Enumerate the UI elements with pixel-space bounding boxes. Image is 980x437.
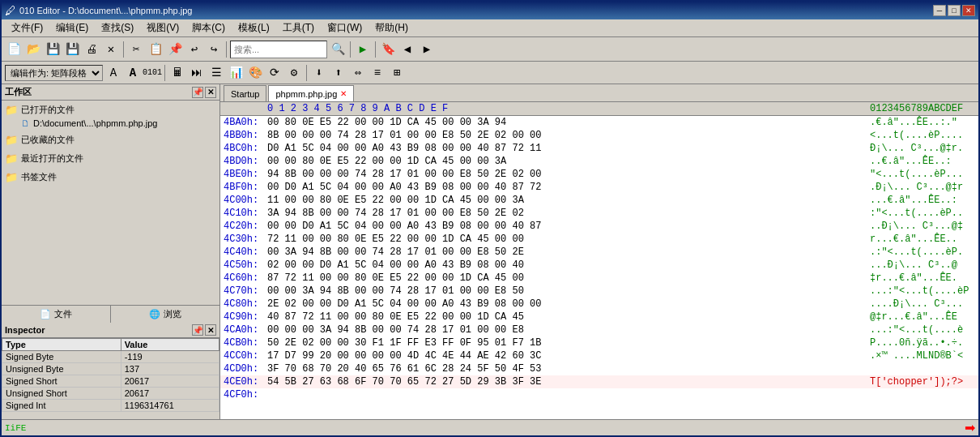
menu-view[interactable]: 视图(V) — [140, 19, 185, 36]
menu-tools[interactable]: 工具(T) — [276, 19, 321, 36]
settings-button[interactable]: ⚙ — [285, 64, 303, 82]
table-row[interactable]: 4CE0h: 54 5B 27 63 68 6F 70 70 65 72 27 … — [220, 375, 978, 388]
table-row[interactable]: 4CA0h: 00 00 00 3A 94 8B 00 00 74 28 17 … — [220, 323, 978, 336]
inspector-close-button[interactable]: ✕ — [205, 324, 216, 336]
inspector-title: Inspector — [5, 325, 45, 335]
table-row[interactable]: 4C50h: 02 00 00 D0 A1 5C 04 00 00 A0 43 … — [220, 259, 978, 272]
table-row[interactable]: 4C20h: 00 00 D0 A1 5C 04 00 00 A0 43 B9 … — [220, 220, 978, 233]
next-button[interactable]: ▶ — [418, 41, 436, 58]
table-row[interactable]: 4BD0h: 00 00 80 0E E5 22 00 00 1D CA 45 … — [220, 155, 978, 168]
sep2 — [226, 41, 227, 58]
save-all-button[interactable]: 💾 — [63, 41, 81, 58]
sidebar-pin-button[interactable]: 📌 — [192, 87, 203, 98]
inspector-value-cell: 1196314761 — [121, 400, 219, 412]
table-row[interactable]: 4BB0h: 8B 00 00 00 74 28 17 01 00 00 E8 … — [220, 129, 978, 142]
table-row[interactable]: 4C10h: 3A 94 8B 00 00 74 28 17 01 00 00 … — [220, 207, 978, 220]
table-row[interactable]: 4C30h: 72 11 00 00 80 0E E5 22 00 00 1D … — [220, 233, 978, 246]
import-button[interactable]: ⬇ — [310, 64, 328, 82]
maximize-button[interactable]: □ — [948, 5, 961, 16]
sidebar-tab-files[interactable]: 📄 文件 — [2, 306, 111, 323]
table-row[interactable]: 4CD0h: 3F 70 68 70 20 40 65 76 61 6C 28 … — [220, 362, 978, 375]
compare-button[interactable]: ⇔ — [349, 64, 367, 82]
recent-label: 最近打开的文件 — [21, 152, 83, 165]
refresh-button[interactable]: ⟳ — [266, 64, 283, 82]
table-row[interactable]: 4C40h: 00 3A 94 8B 00 00 74 28 17 01 00 … — [220, 246, 978, 259]
hex-editor[interactable]: 0 1 2 3 4 5 6 7 8 9 A B C D E F 01234567… — [220, 102, 978, 419]
menu-window[interactable]: 窗口(W) — [321, 19, 369, 36]
list-button[interactable]: ≡ — [369, 64, 386, 82]
table-row[interactable]: 4CB0h: 50 2E 02 00 00 30 F1 1F FF E3 FF … — [220, 336, 978, 349]
redo-button[interactable]: ↪ — [205, 41, 223, 58]
font-button[interactable]: A — [104, 64, 122, 82]
print-button[interactable]: 🖨 — [83, 41, 100, 58]
menu-search[interactable]: 查找(S) — [95, 19, 140, 36]
tab-phpmm[interactable]: phpmm.php.jpg ✕ — [268, 85, 354, 101]
table-row[interactable]: 4BF0h: 00 D0 A1 5C 04 00 00 A0 43 B9 08 … — [220, 181, 978, 194]
select-button[interactable]: ☰ — [207, 64, 225, 82]
tab-startup[interactable]: Startup — [224, 85, 266, 101]
recent-header[interactable]: 📁 最近打开的文件 — [5, 151, 216, 166]
hex-button[interactable]: 0101 — [143, 64, 161, 82]
minimize-button[interactable]: ─ — [933, 5, 946, 16]
new-button[interactable]: 📄 — [5, 41, 23, 58]
inspector-scroll[interactable]: Type Value Signed Byte -119 Unsigned Byt… — [2, 338, 219, 419]
table-row[interactable]: 4CC0h: 17 D7 99 20 00 00 00 00 4D 4C 4E … — [220, 349, 978, 362]
close-file-button[interactable]: ✕ — [102, 41, 120, 58]
go-button[interactable]: ⏭ — [188, 64, 206, 82]
table-row[interactable]: 4C60h: 87 72 11 00 00 80 0E E5 22 00 00 … — [220, 272, 978, 285]
open-file-item[interactable]: 🗋 D:\document\...\phpmm.php.jpg — [5, 118, 216, 129]
calc-button[interactable]: 🖩 — [168, 64, 186, 82]
paste-button[interactable]: 📌 — [166, 41, 184, 58]
open-files-header[interactable]: 📁 已打开的文件 — [5, 102, 216, 118]
content-area: 工作区 📌 ✕ 📁 已打开的文件 🗋 D:\document\...\phpmm… — [2, 84, 978, 419]
menu-help[interactable]: 帮助(H) — [369, 19, 415, 36]
table-row[interactable]: 4BE0h: 94 8B 00 00 00 74 28 17 01 00 00 … — [220, 168, 978, 181]
sidebar-close-button[interactable]: ✕ — [205, 87, 216, 98]
table-row[interactable]: 4CF0h: — [220, 388, 978, 401]
table-row[interactable]: 4BA0h: 00 80 0E E5 22 00 00 1D CA 45 00 … — [220, 116, 978, 129]
menu-edit[interactable]: 编辑(E) — [49, 19, 95, 36]
favorites-label: 已收藏的文件 — [21, 134, 75, 146]
hex-bytes: 72 11 00 00 80 0E E5 22 00 00 1D CA 45 0… — [267, 233, 870, 246]
expand-button[interactable]: ⊞ — [388, 64, 406, 82]
inspector-pin-button[interactable]: 📌 — [192, 324, 203, 336]
sidebar-tab-browse[interactable]: 🌐 浏览 — [111, 306, 219, 323]
open-button[interactable]: 📂 — [24, 41, 42, 58]
color-button[interactable]: 🎨 — [246, 64, 264, 82]
hex-bytes: 94 8B 00 00 00 74 28 17 01 00 00 E8 50 2… — [267, 168, 870, 181]
search-input[interactable] — [230, 41, 327, 58]
edit-mode-select[interactable]: 编辑作为: 矩阵段格 — [5, 65, 103, 81]
cut-button[interactable]: ✂ — [127, 41, 145, 58]
favorites-header[interactable]: 📁 已收藏的文件 — [5, 132, 216, 148]
tab-close-icon[interactable]: ✕ — [340, 89, 347, 98]
table-row[interactable]: 4C70h: 00 00 3A 94 8B 00 00 74 28 17 01 … — [220, 285, 978, 298]
run-button[interactable]: ▶ — [354, 41, 372, 58]
hex-address: 4C80h: — [224, 298, 267, 311]
hex-ascii — [870, 362, 975, 375]
bookmark-button[interactable]: 🔖 — [379, 41, 397, 58]
toolbar-main: 📄 📂 💾 💾 🖨 ✕ ✂ 📋 📌 ↩ ↪ 🔍 ▶ 🔖 ◀ ▶ — [2, 37, 978, 62]
copy-button[interactable]: 📋 — [147, 41, 164, 58]
menu-file[interactable]: 文件(F) — [5, 19, 49, 36]
chart-button[interactable]: 📊 — [227, 64, 245, 82]
search-button[interactable]: 🔍 — [329, 41, 347, 58]
bookmarks-header[interactable]: 📁 书签文件 — [5, 169, 216, 185]
hex-address: 4C90h: — [224, 311, 267, 323]
hex-ascii: Ð¡\... C³...@‡r. — [870, 142, 975, 155]
table-row[interactable]: 4C80h: 2E 02 00 00 D0 A1 5C 04 00 00 A0 … — [220, 298, 978, 311]
menu-script[interactable]: 脚本(C) — [185, 19, 232, 36]
hex-address: 4C20h: — [224, 220, 267, 233]
table-row[interactable]: 4BC0h: D0 A1 5C 04 00 00 A0 43 B9 08 00 … — [220, 142, 978, 155]
menu-template[interactable]: 模板(L) — [232, 19, 276, 36]
export-button[interactable]: ⬆ — [330, 64, 347, 82]
bold-button[interactable]: A — [124, 64, 142, 82]
hex-ascii: ...Ð¡\... C³..@ — [870, 259, 975, 272]
table-row[interactable]: 4C00h: 11 00 00 80 0E E5 22 00 00 1D CA … — [220, 194, 978, 207]
inspector-row: Signed Byte -119 — [2, 351, 219, 363]
prev-button[interactable]: ◀ — [398, 41, 416, 58]
file-icon: 🗋 — [21, 118, 30, 128]
undo-button[interactable]: ↩ — [185, 41, 203, 58]
close-button[interactable]: ✕ — [962, 5, 975, 16]
table-row[interactable]: 4C90h: 40 87 72 11 00 00 80 0E E5 22 00 … — [220, 311, 978, 323]
save-button[interactable]: 💾 — [44, 41, 62, 58]
